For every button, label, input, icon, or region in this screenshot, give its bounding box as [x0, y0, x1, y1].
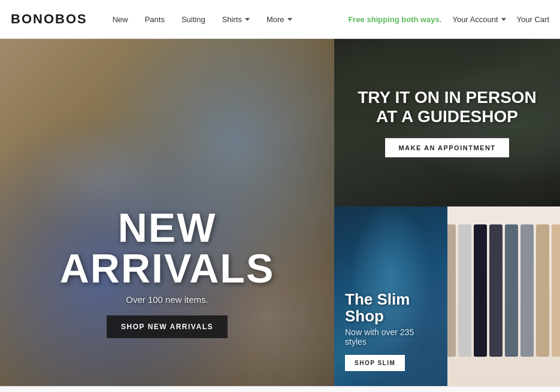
pants-panel	[447, 206, 561, 386]
pant-strip	[520, 224, 534, 357]
shipping-promo: Free shipping both ways.	[348, 15, 441, 24]
guideshop-title: TRY IT ON IN PERSON AT A GUIDESHOP	[358, 88, 537, 126]
shop-slim-button[interactable]: SHOP SLIM	[345, 355, 405, 371]
hero-subtitle: Over 100 new items.	[53, 294, 281, 305]
guideshop-content: TRY IT ON IN PERSON AT A GUIDESHOP MAKE …	[358, 88, 537, 157]
footer: 1-877-294-7737 Help Returns About Bonobo…	[0, 386, 560, 392]
pants-strips	[447, 218, 561, 386]
header-right: Free shipping both ways. Your Account Yo…	[348, 15, 549, 24]
make-appointment-button[interactable]: MAKE AN APPOINTMENT	[385, 138, 508, 157]
slim-subtitle: Now with over 235 styles	[345, 327, 435, 347]
account-link[interactable]: Your Account	[452, 15, 505, 24]
pant-strip	[536, 224, 549, 357]
chevron-down-icon	[287, 18, 292, 21]
pant-strip	[474, 224, 487, 357]
pants-background	[447, 206, 561, 386]
main-content: NEW ARRIVALS Over 100 new items. SHOP NE…	[0, 39, 560, 386]
hero-panel: NEW ARRIVALS Over 100 new items. SHOP NE…	[0, 39, 334, 386]
nav-item-shirts[interactable]: Shirts	[214, 0, 258, 39]
pant-strip	[447, 224, 456, 357]
bottom-right: The Slim Shop Now with over 235 styles S…	[334, 206, 560, 386]
hero-title: NEW ARRIVALS	[53, 207, 281, 288]
pant-strip	[458, 224, 471, 357]
nav-item-pants[interactable]: Pants	[137, 0, 173, 39]
shop-new-arrivals-button[interactable]: SHOP NEW ARRIVALS	[107, 315, 228, 338]
header: BONOBOS New Pants Suiting Shirts More Fr…	[0, 0, 560, 39]
logo[interactable]: BONOBOS	[11, 11, 87, 27]
pant-strip	[489, 224, 503, 357]
chevron-down-icon	[501, 18, 506, 21]
guideshop-panel: TRY IT ON IN PERSON AT A GUIDESHOP MAKE …	[334, 39, 560, 206]
hero-content: NEW ARRIVALS Over 100 new items. SHOP NE…	[53, 207, 281, 338]
nav-item-suiting[interactable]: Suiting	[173, 0, 214, 39]
chevron-down-icon	[245, 18, 250, 21]
nav-item-new[interactable]: New	[104, 0, 137, 39]
slim-title: The Slim Shop	[345, 291, 435, 325]
nav-item-more[interactable]: More	[258, 0, 301, 39]
pant-strip	[505, 224, 518, 357]
cart-link[interactable]: Your Cart	[517, 15, 549, 24]
slim-shop-panel: The Slim Shop Now with over 235 styles S…	[334, 206, 447, 386]
main-nav: New Pants Suiting Shirts More	[104, 0, 301, 39]
pant-strip	[552, 224, 560, 357]
slim-content: The Slim Shop Now with over 235 styles S…	[345, 291, 435, 371]
